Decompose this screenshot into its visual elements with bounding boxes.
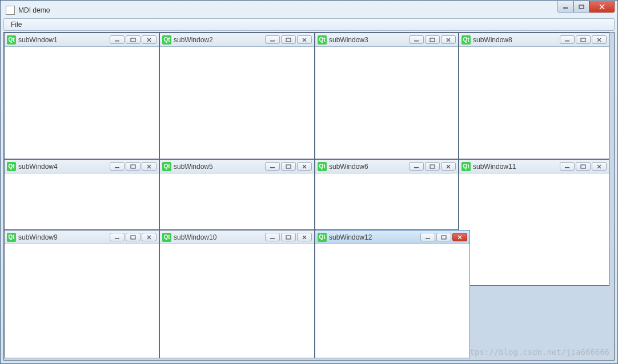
subwindow-max-button[interactable]: [425, 35, 440, 44]
maximize-button[interactable]: [573, 1, 589, 13]
svg-rect-20: [270, 238, 275, 239]
subwindow-max-button[interactable]: [126, 35, 141, 44]
menu-file[interactable]: File: [7, 19, 25, 30]
subwindow-content[interactable]: [315, 244, 469, 358]
subwindow-min-button[interactable]: [420, 233, 435, 241]
subwindow-min-button[interactable]: [409, 35, 424, 44]
subwindow-controls: [110, 162, 156, 171]
subwindow-close-button[interactable]: [297, 35, 312, 44]
subwindow-titlebar[interactable]: QtsubWindow10: [160, 230, 314, 244]
subwindow-content[interactable]: [459, 47, 609, 159]
subwindow-min-button[interactable]: [110, 162, 125, 171]
subwindow-titlebar[interactable]: QtsubWindow5: [160, 160, 314, 173]
subwindow-titlebar[interactable]: QtsubWindow2: [160, 33, 314, 47]
subwindow-title: subWindow9: [18, 233, 110, 241]
subwindow-max-button[interactable]: [126, 233, 141, 241]
subwindow-close-button[interactable]: [452, 233, 467, 241]
subwindow-title: subWindow11: [473, 163, 560, 171]
subwindow-min-button[interactable]: [265, 233, 280, 241]
subwindow[interactable]: QtsubWindow8: [459, 33, 609, 159]
subwindow-min-button[interactable]: [265, 35, 280, 44]
close-icon: [301, 164, 308, 169]
maximize-icon: [580, 164, 587, 169]
subwindow[interactable]: QtsubWindow10: [159, 230, 315, 358]
qt-icon: Qt: [318, 233, 327, 242]
subwindow-close-button[interactable]: [142, 233, 156, 241]
subwindow-titlebar[interactable]: QtsubWindow3: [315, 33, 458, 47]
subwindow-content[interactable]: [160, 244, 314, 358]
subwindow-title: subWindow1: [18, 36, 110, 44]
subwindow[interactable]: QtsubWindow4: [4, 159, 159, 230]
subwindow-title: subWindow8: [473, 36, 560, 44]
subwindow-close-button[interactable]: [592, 35, 607, 44]
maximize-icon: [580, 38, 587, 42]
subwindow-close-button[interactable]: [142, 35, 156, 44]
maximize-icon: [285, 235, 292, 240]
main-titlebar[interactable]: MDI demo: [3, 3, 615, 17]
subwindow-titlebar[interactable]: QtsubWindow9: [5, 230, 159, 244]
svg-rect-15: [430, 165, 435, 168]
subwindow-close-button[interactable]: [592, 162, 607, 171]
subwindow[interactable]: QtsubWindow6: [315, 159, 459, 230]
subwindow-content[interactable]: [160, 47, 314, 159]
subwindow-max-button[interactable]: [576, 162, 591, 171]
subwindow-min-button[interactable]: [110, 35, 125, 44]
subwindow[interactable]: QtsubWindow11: [459, 159, 609, 286]
subwindow-close-button[interactable]: [142, 162, 156, 171]
subwindow-titlebar[interactable]: QtsubWindow12: [315, 230, 469, 244]
subwindow-controls: [409, 162, 456, 171]
subwindow[interactable]: QtsubWindow3: [315, 33, 459, 159]
subwindow-close-button[interactable]: [441, 162, 456, 171]
svg-rect-17: [581, 165, 585, 168]
subwindow-titlebar[interactable]: QtsubWindow11: [459, 160, 609, 173]
subwindow-content[interactable]: [160, 173, 314, 229]
maximize-icon: [429, 38, 436, 42]
subwindow[interactable]: QtsubWindow1: [4, 33, 159, 159]
subwindow[interactable]: QtsubWindow2: [159, 33, 315, 159]
subwindow-close-button[interactable]: [297, 162, 312, 171]
subwindow-min-button[interactable]: [110, 233, 125, 241]
minimize-button[interactable]: [557, 1, 573, 13]
subwindow-title: subWindow10: [174, 233, 265, 241]
app-icon: [6, 6, 15, 15]
subwindow-titlebar[interactable]: QtsubWindow8: [459, 33, 609, 47]
svg-rect-2: [115, 41, 119, 42]
svg-rect-6: [414, 41, 419, 42]
subwindow-min-button[interactable]: [409, 162, 424, 171]
mdi-area[interactable]: https://blog.csdn.net/jia666666 QtsubWin…: [3, 32, 615, 361]
subwindow-content[interactable]: [315, 173, 458, 229]
subwindow-content[interactable]: [5, 173, 159, 229]
subwindow-min-button[interactable]: [560, 162, 575, 171]
close-button[interactable]: [589, 1, 615, 13]
subwindow-max-button[interactable]: [281, 162, 296, 171]
subwindow-min-button[interactable]: [265, 162, 280, 171]
subwindow-titlebar[interactable]: QtsubWindow4: [5, 160, 159, 173]
subwindow-max-button[interactable]: [126, 162, 141, 171]
subwindow-title: subWindow6: [329, 163, 409, 171]
qt-icon: Qt: [162, 35, 171, 45]
subwindow-max-button[interactable]: [281, 35, 296, 44]
close-icon: [301, 235, 308, 240]
subwindow-content[interactable]: [5, 47, 159, 159]
subwindow-max-button[interactable]: [281, 233, 296, 241]
subwindow-titlebar[interactable]: QtsubWindow6: [315, 160, 458, 173]
subwindow-min-button[interactable]: [560, 35, 575, 44]
minimize-icon: [564, 38, 571, 42]
subwindow[interactable]: QtsubWindow12: [315, 230, 470, 358]
close-icon: [456, 235, 463, 240]
subwindow-max-button[interactable]: [576, 35, 591, 44]
subwindow[interactable]: QtsubWindow9: [4, 230, 159, 358]
subwindow-content[interactable]: [315, 47, 458, 159]
subwindow-max-button[interactable]: [425, 162, 440, 171]
close-icon: [146, 235, 153, 240]
subwindow-close-button[interactable]: [441, 35, 456, 44]
subwindow-controls: [110, 35, 156, 44]
subwindow-close-button[interactable]: [297, 233, 312, 241]
subwindow[interactable]: QtsubWindow5: [159, 159, 315, 230]
subwindow-max-button[interactable]: [436, 233, 451, 241]
svg-rect-21: [286, 236, 291, 239]
subwindow-content[interactable]: [5, 244, 159, 358]
subwindow-titlebar[interactable]: QtsubWindow1: [5, 33, 159, 47]
subwindow-content[interactable]: [459, 173, 609, 285]
qt-icon: Qt: [7, 162, 16, 171]
